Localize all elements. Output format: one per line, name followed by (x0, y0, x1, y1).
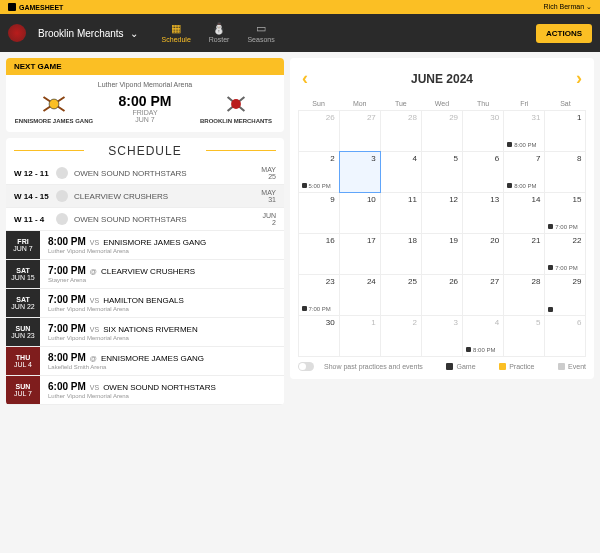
cal-day-num: 25 (408, 277, 417, 286)
cal-cell[interactable]: 11 (380, 192, 422, 234)
cal-cell[interactable]: 18 (380, 233, 422, 275)
tab-schedule[interactable]: ▦ Schedule (162, 23, 191, 43)
schedule-title: SCHEDULE (6, 138, 284, 162)
nav-tabs: ▦ Schedule ⛄ Roster ▭ Seasons (162, 23, 275, 43)
brand-text: GAMESHEET (19, 4, 63, 11)
cal-day-num: 4 (412, 154, 416, 163)
cal-prev-icon[interactable]: ‹ (302, 68, 308, 89)
cal-day-num: 26 (449, 277, 458, 286)
cal-cell[interactable]: 157:00 PM (544, 192, 586, 234)
cal-cell[interactable]: 27 (339, 110, 381, 152)
seasons-icon: ▭ (254, 23, 268, 34)
cal-cell[interactable]: 29 (544, 274, 586, 316)
cal-cell[interactable]: 9 (298, 192, 340, 234)
past-game-row[interactable]: W 14 - 15 CLEARVIEW CRUSHERS MAY31 (6, 185, 284, 208)
cal-next-icon[interactable]: › (576, 68, 582, 89)
cal-cell[interactable]: 5 (421, 151, 463, 193)
cal-cell[interactable]: 30 (462, 110, 504, 152)
cal-cell[interactable]: 17 (339, 233, 381, 275)
actions-button[interactable]: ACTIONS (536, 24, 592, 43)
cal-cell[interactable]: 1 (544, 110, 586, 152)
cal-event: 7:00 PM (548, 265, 577, 271)
game-time: 8:00 PM (48, 352, 86, 363)
cal-cell[interactable]: 2 (380, 315, 422, 357)
cal-cell[interactable]: 78:00 PM (503, 151, 545, 193)
team-selector[interactable]: Brooklin Merchants⌄ (38, 28, 138, 39)
user-menu[interactable]: Rich Berman ⌄ (544, 3, 592, 11)
cal-cell[interactable]: 25:00 PM (298, 151, 340, 193)
upcoming-game-row[interactable]: THUJUL 4 8:00 PM @ ENNISMORE JAMES GANG … (6, 347, 284, 376)
cal-cell[interactable]: 30 (298, 315, 340, 357)
cal-cell[interactable]: 19 (421, 233, 463, 275)
cal-cell[interactable]: 24 (339, 274, 381, 316)
game-arena: Stayner Arena (48, 277, 276, 283)
cal-day-num: 23 (326, 277, 335, 286)
cal-day-num: 27 (490, 277, 499, 286)
cal-day-num: 5 (454, 154, 458, 163)
cal-day-num: 12 (449, 195, 458, 204)
legend-event: Event (558, 363, 586, 370)
game-time: 8:00 PM (48, 236, 86, 247)
cal-day-num: 28 (531, 277, 540, 286)
cal-cell[interactable]: 26 (421, 274, 463, 316)
past-toggle[interactable] (298, 362, 314, 371)
cal-cell[interactable]: 1 (339, 315, 381, 357)
cal-event: 8:00 PM (507, 142, 536, 148)
cal-cell[interactable]: 8 (544, 151, 586, 193)
cal-cell[interactable]: 4 (380, 151, 422, 193)
cal-cell[interactable]: 48:00 PM (462, 315, 504, 357)
cal-cell[interactable]: 21 (503, 233, 545, 275)
past-date: MAY31 (261, 189, 276, 203)
past-game-row[interactable]: W 11 - 4 OWEN SOUND NORTHSTARS JUN2 (6, 208, 284, 231)
navbar: Brooklin Merchants⌄ ▦ Schedule ⛄ Roster … (0, 14, 600, 52)
cal-cell[interactable]: 29 (421, 110, 463, 152)
score: W 12 - 11 (14, 169, 50, 178)
cal-cell[interactable]: 227:00 PM (544, 233, 586, 275)
cal-cell[interactable]: 28 (380, 110, 422, 152)
svg-point-1 (231, 99, 241, 109)
chevron-down-icon: ⌄ (130, 28, 138, 39)
cal-cell[interactable]: 13 (462, 192, 504, 234)
next-game-header: NEXT GAME (6, 58, 284, 75)
cal-cell[interactable]: 25 (380, 274, 422, 316)
game-arena: Lakefield Smith Arena (48, 364, 276, 370)
cal-day-num: 18 (408, 236, 417, 245)
cal-cell[interactable]: 237:00 PM (298, 274, 340, 316)
upcoming-game-row[interactable]: FRIJUN 7 8:00 PM VS ENNISMORE JAMES GANG… (6, 231, 284, 260)
cal-day-num: 6 (577, 318, 581, 327)
cal-cell[interactable]: 12 (421, 192, 463, 234)
cal-cell[interactable]: 6 (544, 315, 586, 357)
upcoming-game-row[interactable]: SATJUN 22 7:00 PM VS HAMILTON BENGALS Lu… (6, 289, 284, 318)
cal-day-num: 20 (490, 236, 499, 245)
cal-day-num: 3 (371, 154, 375, 163)
tab-roster[interactable]: ⛄ Roster (209, 23, 230, 43)
cal-dow: Mon (339, 97, 380, 110)
home-logo-icon (222, 92, 250, 116)
tab-seasons[interactable]: ▭ Seasons (247, 23, 274, 43)
calendar-icon: ▦ (169, 23, 183, 34)
svg-point-0 (49, 99, 59, 109)
next-game-card: NEXT GAME Luther Vipond Memorial Arena E… (6, 58, 284, 132)
cal-cell[interactable]: 3 (339, 151, 381, 193)
opponent-logo-icon (56, 167, 68, 179)
upcoming-game-row[interactable]: SATJUN 15 7:00 PM @ CLEARVIEW CRUSHERS S… (6, 260, 284, 289)
cal-cell[interactable]: 318:00 PM (503, 110, 545, 152)
upcoming-game-row[interactable]: SUNJUL 7 6:00 PM VS OWEN SOUND NORTHSTAR… (6, 376, 284, 405)
cal-cell[interactable]: 3 (421, 315, 463, 357)
cal-cell[interactable]: 28 (503, 274, 545, 316)
upcoming-game-row[interactable]: SUNJUN 23 7:00 PM VS SIX NATIONS RIVERME… (6, 318, 284, 347)
at-vs: VS (90, 326, 99, 333)
cal-event: 7:00 PM (548, 224, 577, 230)
cal-cell[interactable]: 16 (298, 233, 340, 275)
cal-cell[interactable]: 14 (503, 192, 545, 234)
topbar: GAMESHEET Rich Berman ⌄ (0, 0, 600, 14)
cal-cell[interactable]: 6 (462, 151, 504, 193)
cal-cell[interactable]: 20 (462, 233, 504, 275)
cal-day-num: 28 (408, 113, 417, 122)
opponent-name: OWEN SOUND NORTHSTARS (74, 169, 255, 178)
cal-cell[interactable]: 26 (298, 110, 340, 152)
past-game-row[interactable]: W 12 - 11 OWEN SOUND NORTHSTARS MAY25 (6, 162, 284, 185)
cal-cell[interactable]: 10 (339, 192, 381, 234)
cal-cell[interactable]: 5 (503, 315, 545, 357)
cal-cell[interactable]: 27 (462, 274, 504, 316)
